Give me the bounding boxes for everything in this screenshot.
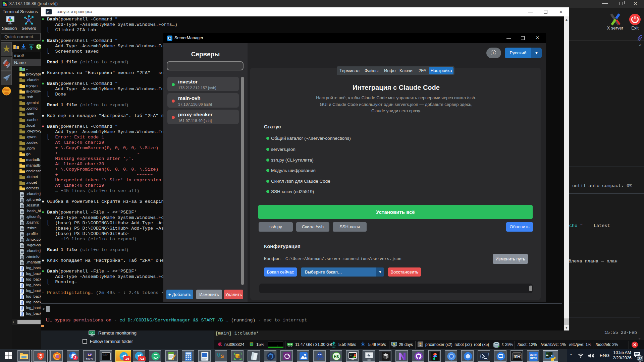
svg-text:HS: HS	[334, 355, 339, 359]
